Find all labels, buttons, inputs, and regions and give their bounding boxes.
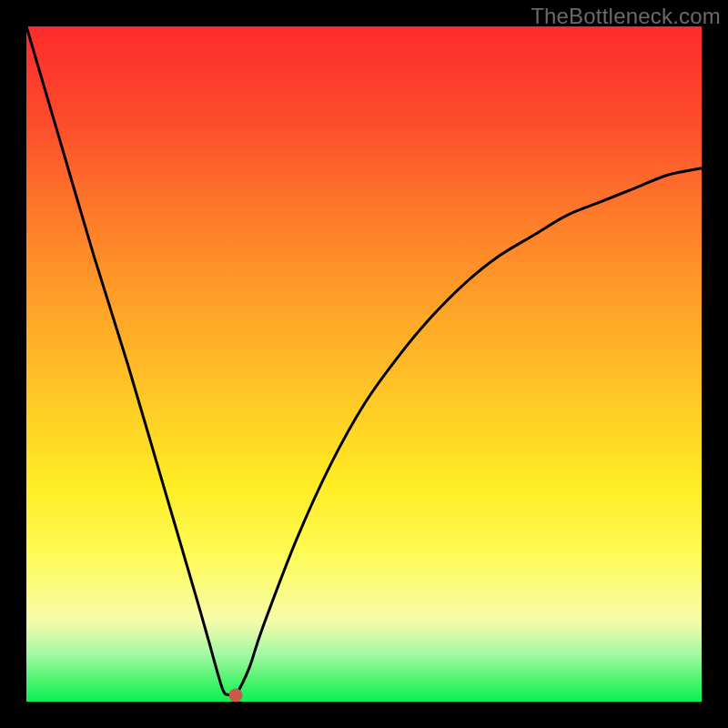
bottleneck-curve [26,26,702,702]
chart-plot-area [26,26,702,702]
optimal-point-marker [229,688,243,702]
curve-path [26,26,702,697]
watermark-text: TheBottleneck.com [531,4,721,29]
